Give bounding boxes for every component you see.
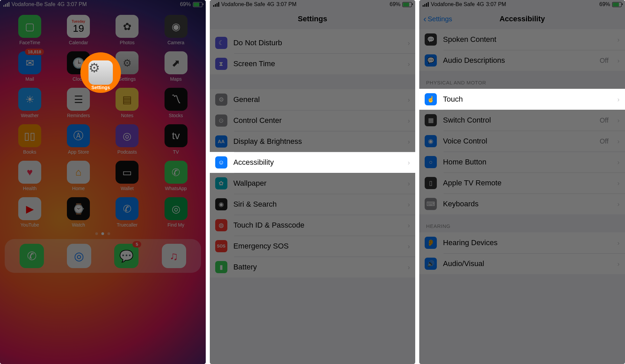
carrier-label: Vodafone-Be Safe bbox=[11, 1, 55, 7]
app-notes[interactable]: ▤Notes bbox=[104, 88, 150, 118]
toggle-icon: ⊙ bbox=[215, 114, 227, 127]
row-apple-tv-remote[interactable]: ▯Apple TV Remote› bbox=[419, 173, 625, 193]
notes-icon: ▤ bbox=[116, 88, 139, 111]
app-appstore[interactable]: ⒶApp Store bbox=[55, 124, 101, 155]
dock-safari[interactable]: ◎ bbox=[67, 244, 91, 268]
app-weather[interactable]: ☀Weather bbox=[7, 88, 53, 118]
app-wallet[interactable]: ▭Wallet bbox=[104, 161, 150, 191]
app-home[interactable]: ⌂Home bbox=[55, 161, 101, 191]
time-label: 3:07 PM bbox=[276, 1, 297, 7]
row-siri-search[interactable]: ◉Siri & Search› bbox=[210, 194, 416, 215]
row-spoken-content[interactable]: 💬Spoken Content› bbox=[419, 29, 625, 50]
voice-control-value: Off bbox=[600, 137, 608, 145]
hourglass-icon: ⧗ bbox=[215, 58, 227, 70]
network-label: 4G bbox=[477, 1, 484, 7]
row-general[interactable]: ⚙General› bbox=[210, 89, 416, 110]
app-stocks[interactable]: 〽Stocks bbox=[153, 88, 199, 118]
touch-icon: ☝ bbox=[425, 93, 437, 105]
navbar: ‹Settings Accessibility bbox=[419, 9, 625, 29]
back-button[interactable]: ‹Settings bbox=[423, 15, 452, 23]
voice-icon: ◉ bbox=[425, 135, 437, 147]
switch-control-value: Off bbox=[600, 116, 608, 124]
tv-icon: tv bbox=[165, 124, 188, 147]
row-touch[interactable]: ☝Touch› bbox=[419, 89, 625, 110]
app-youtube[interactable]: ▶YouTube bbox=[7, 197, 53, 228]
app-whatsapp[interactable]: ✆WhatsApp bbox=[153, 161, 199, 191]
battery-icon bbox=[193, 2, 202, 7]
section-header-hearing: HEARING bbox=[419, 214, 625, 232]
row-audio-visual[interactable]: 🔊Audio/Visual› bbox=[419, 253, 625, 274]
app-findmy[interactable]: ◎Find My bbox=[153, 197, 199, 228]
dock-music[interactable]: ♫ bbox=[162, 244, 186, 268]
home-icon: ⌂ bbox=[67, 161, 90, 184]
wallet-icon: ▭ bbox=[116, 161, 139, 184]
row-wallpaper[interactable]: ✿Wallpaper› bbox=[210, 173, 416, 194]
row-home-button[interactable]: ○Home Button› bbox=[419, 152, 625, 173]
settings-app-highlight[interactable]: ⚙ Settings bbox=[80, 52, 121, 93]
row-do-not-disturb[interactable]: ☾Do Not Disturb› bbox=[210, 32, 416, 53]
status-bar: Vodafone-Be Safe 4G 3:07 PM 69% bbox=[0, 0, 206, 9]
signal-bars-icon bbox=[423, 2, 429, 7]
app-watch[interactable]: ⌚Watch bbox=[55, 197, 101, 228]
home-screen-shot: Vodafone-Be Safe 4G 3:07 PM 69% ▢FaceTim… bbox=[0, 0, 206, 364]
settings-app-label: Settings bbox=[91, 85, 110, 90]
row-battery[interactable]: ▮Battery› bbox=[210, 257, 416, 278]
chevron-right-icon: › bbox=[408, 96, 410, 104]
row-voice-control[interactable]: ◉Voice ControlOff› bbox=[419, 131, 625, 152]
findmy-icon: ◎ bbox=[165, 197, 188, 220]
chevron-right-icon: › bbox=[617, 260, 620, 268]
mail-icon: ✉18,818 bbox=[18, 51, 41, 74]
chevron-right-icon: › bbox=[408, 117, 410, 125]
app-reminders[interactable]: ☰Reminders bbox=[55, 88, 101, 118]
dock-phone[interactable]: ✆ bbox=[20, 244, 44, 268]
app-camera[interactable]: ◉Camera bbox=[153, 15, 199, 45]
row-audio-descriptions[interactable]: 💬Audio DescriptionsOff› bbox=[419, 50, 625, 71]
row-control-center[interactable]: ⊙Control Center› bbox=[210, 110, 416, 131]
status-bar: Vodafone-Be Safe 4G 3:07 PM 69% bbox=[419, 0, 625, 9]
chevron-right-icon: › bbox=[617, 96, 620, 103]
chevron-right-icon: › bbox=[617, 137, 620, 145]
row-keyboards[interactable]: ⌨Keyboards› bbox=[419, 193, 625, 214]
navbar: Settings bbox=[210, 9, 416, 29]
gear-icon: ⚙ bbox=[215, 94, 227, 106]
chevron-right-icon: › bbox=[408, 201, 410, 208]
page-dots[interactable] bbox=[0, 232, 206, 235]
mail-badge: 18,818 bbox=[25, 49, 44, 55]
app-photos[interactable]: ✿Photos bbox=[104, 15, 150, 45]
row-touch-id[interactable]: ◍Touch ID & Passcode› bbox=[210, 215, 416, 236]
app-mail[interactable]: ✉18,818Mail bbox=[7, 51, 53, 82]
battery-icon bbox=[402, 2, 412, 7]
network-label: 4G bbox=[267, 1, 274, 7]
settings-icon: ⚙ bbox=[89, 60, 113, 85]
podcasts-icon: ◎ bbox=[116, 124, 139, 147]
chevron-right-icon: › bbox=[408, 39, 410, 47]
row-hearing-devices[interactable]: 👂Hearing Devices› bbox=[419, 232, 625, 253]
chevron-right-icon: › bbox=[408, 263, 410, 271]
flower-icon: ✿ bbox=[215, 177, 227, 189]
app-truecaller[interactable]: ✆Truecaller bbox=[104, 197, 150, 228]
app-podcasts[interactable]: ◎Podcasts bbox=[104, 124, 150, 155]
app-calendar[interactable]: Tuesday19Calendar bbox=[55, 15, 101, 45]
row-emergency-sos[interactable]: SOSEmergency SOS› bbox=[210, 236, 416, 257]
row-accessibility[interactable]: ☺Accessibility› bbox=[210, 152, 416, 173]
dock-messages[interactable]: 💬5 bbox=[114, 244, 139, 268]
app-tv[interactable]: tvTV bbox=[153, 124, 199, 155]
youtube-icon: ▶ bbox=[18, 197, 41, 220]
chevron-left-icon: ‹ bbox=[423, 15, 426, 23]
photos-icon: ✿ bbox=[116, 15, 139, 38]
app-maps[interactable]: ⬈Maps bbox=[153, 51, 199, 82]
audio-desc-icon: 💬 bbox=[425, 54, 437, 67]
app-books[interactable]: ▯▯Books bbox=[7, 124, 53, 155]
calendar-icon: Tuesday19 bbox=[67, 15, 90, 38]
row-display-brightness[interactable]: AADisplay & Brightness› bbox=[210, 131, 416, 152]
app-health[interactable]: ♥Health bbox=[7, 161, 53, 191]
audio-desc-value: Off bbox=[600, 57, 608, 64]
row-screen-time[interactable]: ⧗Screen Time› bbox=[210, 53, 416, 74]
dock: ✆ ◎ 💬5 ♫ bbox=[5, 239, 201, 273]
chevron-right-icon: › bbox=[617, 158, 620, 166]
row-switch-control[interactable]: ▦Switch ControlOff› bbox=[419, 110, 625, 131]
chevron-right-icon: › bbox=[617, 200, 620, 208]
sos-icon: SOS bbox=[215, 240, 227, 252]
app-facetime[interactable]: ▢FaceTime bbox=[7, 15, 53, 45]
aa-icon: AA bbox=[215, 135, 227, 148]
